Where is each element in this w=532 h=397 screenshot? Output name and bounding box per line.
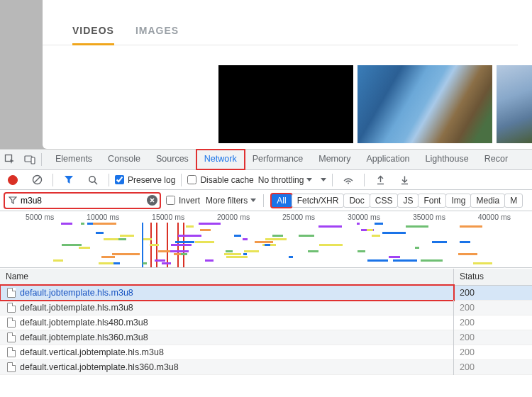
devtools-tab-sources[interactable]: Sources — [148, 150, 196, 169]
network-request-row[interactable]: default.jobtemplate.hls360.m3u8200 — [0, 330, 532, 345]
download-har-icon[interactable] — [394, 170, 414, 190]
devtools-tab-console[interactable]: Console — [100, 150, 148, 169]
request-name: default.jobtemplate.hls360.m3u8 — [20, 332, 148, 342]
document-icon — [7, 347, 16, 357]
devtools-tab-recorder[interactable]: Recor — [477, 150, 516, 169]
clear-filter-icon[interactable] — [147, 195, 157, 206]
column-header-status[interactable]: Status — [454, 269, 532, 285]
request-status: 200 — [454, 285, 532, 301]
type-filter-css[interactable]: CSS — [370, 194, 399, 208]
request-status: 200 — [454, 315, 532, 330]
device-toolbar-icon[interactable] — [20, 150, 40, 169]
svg-rect-2 — [31, 157, 35, 164]
search-icon[interactable] — [83, 170, 103, 190]
filter-funnel-icon — [8, 196, 18, 206]
devtools-tab-performance[interactable]: Performance — [245, 150, 311, 169]
chevron-down-icon — [306, 178, 312, 181]
clear-button[interactable] — [27, 170, 47, 190]
request-status: 200 — [454, 345, 532, 360]
page-tabs: VIDEOS IMAGES — [43, 0, 518, 45]
type-filter-doc[interactable]: Doc — [343, 194, 370, 208]
network-request-row[interactable]: default.vertical.jobtemplate.hls360.m3u8… — [0, 360, 532, 375]
filter-icon[interactable] — [59, 170, 79, 190]
disable-cache-label: Disable cache — [200, 175, 253, 185]
document-icon — [7, 303, 16, 313]
type-filter-img[interactable]: Img — [445, 194, 471, 208]
tab-videos[interactable]: VIDEOS — [72, 25, 114, 45]
video-thumbnail[interactable] — [358, 65, 492, 143]
network-request-row[interactable]: default.jobtemplate.hls480.m3u8200 — [0, 315, 532, 330]
request-name: default.jobtemplate.hls.m3u8 — [20, 303, 133, 313]
devtools-tab-network[interactable]: Network — [196, 150, 245, 169]
inspect-element-icon[interactable] — [0, 150, 20, 169]
network-conditions-icon[interactable] — [338, 170, 358, 190]
record-button[interactable] — [3, 170, 23, 190]
video-thumbnail[interactable] — [218, 65, 353, 143]
request-status: 200 — [454, 300, 532, 315]
column-header-name[interactable]: Name — [0, 269, 454, 285]
request-name: default.vertical.jobtemplate.hls.m3u8 — [20, 347, 164, 357]
svg-point-7 — [348, 183, 349, 184]
devtools-tab-application[interactable]: Application — [358, 150, 417, 169]
devtools-tab-memory[interactable]: Memory — [311, 150, 358, 169]
type-filter-group: All Fetch/XHR Doc CSS JS Font Img Media … — [271, 194, 523, 208]
filter-input[interactable] — [21, 196, 144, 206]
upload-har-icon[interactable] — [370, 170, 390, 190]
type-filter-js[interactable]: JS — [397, 194, 419, 208]
chevron-down-icon — [250, 198, 256, 202]
type-filter-font[interactable]: Font — [418, 194, 446, 208]
request-name: default.jobtemplate.hls480.m3u8 — [20, 318, 148, 328]
svg-point-5 — [89, 176, 95, 181]
request-name: default.jobtemplate.hls.m3u8 — [20, 288, 133, 298]
request-status: 200 — [454, 330, 532, 345]
document-icon — [7, 318, 16, 328]
request-name: default.vertical.jobtemplate.hls360.m3u8 — [20, 362, 179, 372]
document-icon — [7, 288, 16, 298]
network-table: Name Status default.jobtemplate.hls.m3u8… — [0, 269, 532, 397]
preserve-log-checkbox[interactable]: Preserve log — [115, 175, 175, 185]
network-request-row[interactable]: default.jobtemplate.hls.m3u8200 — [0, 301, 532, 315]
filter-input-container — [4, 193, 160, 208]
document-icon — [7, 332, 16, 342]
network-timeline[interactable]: 5000 ms 10000 ms 15000 ms 20000 ms 25000… — [0, 211, 532, 268]
invert-checkbox[interactable]: Invert — [166, 196, 200, 206]
request-status: 200 — [454, 359, 532, 375]
invert-label: Invert — [179, 196, 200, 206]
network-request-row[interactable]: default.vertical.jobtemplate.hls.m3u8200 — [0, 345, 532, 360]
type-filter-manifest[interactable]: M — [504, 194, 523, 208]
video-thumbnail[interactable] — [497, 65, 532, 143]
type-filter-fetch[interactable]: Fetch/XHR — [292, 194, 345, 208]
svg-line-6 — [94, 181, 97, 184]
type-filter-all[interactable]: All — [271, 194, 292, 208]
svg-line-4 — [34, 177, 40, 183]
devtools-panel: Elements Console Sources Network Perform… — [0, 149, 532, 397]
tab-images[interactable]: IMAGES — [135, 25, 179, 45]
document-icon — [7, 362, 16, 372]
preserve-log-label: Preserve log — [128, 175, 175, 185]
more-filters-dropdown[interactable]: More filters — [206, 196, 256, 206]
type-filter-media[interactable]: Media — [470, 194, 505, 208]
throttling-select[interactable]: No throttling — [258, 175, 313, 185]
devtools-tab-lighthouse[interactable]: Lighthouse — [418, 150, 477, 169]
network-request-row[interactable]: default.jobtemplate.hls.m3u8200 — [0, 286, 532, 301]
disable-cache-checkbox[interactable]: Disable cache — [187, 175, 253, 185]
devtools-tab-elements[interactable]: Elements — [48, 150, 100, 169]
